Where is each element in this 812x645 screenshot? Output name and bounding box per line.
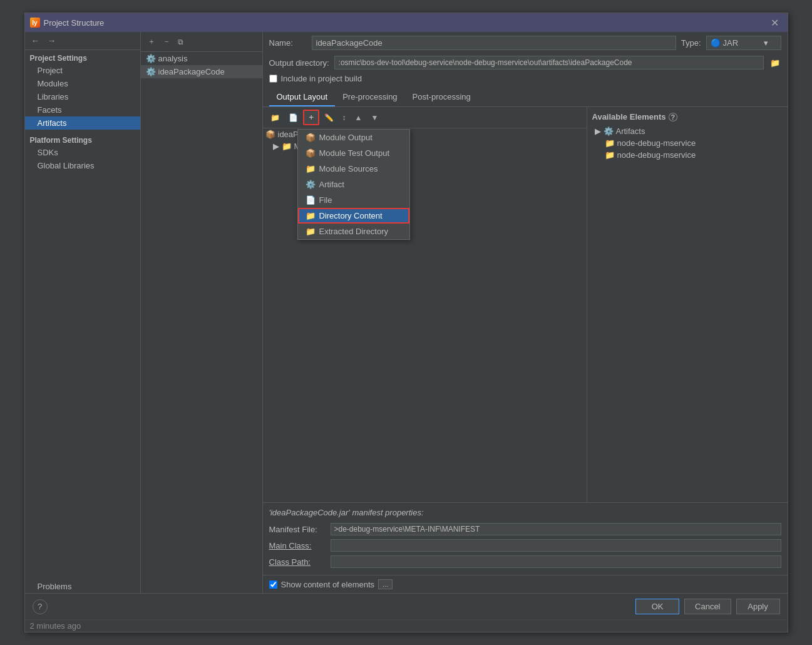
tab-preprocessing[interactable]: Pre-processing <box>335 88 404 106</box>
back-button[interactable]: ← <box>29 34 43 47</box>
artifact-icon: ⚙️ <box>306 180 316 189</box>
show-content-row: Show content of elements ... <box>263 575 788 593</box>
dropdown-item-label: Extracted Directory <box>319 227 389 236</box>
title-bar: Iy Project Structure ✕ <box>25 13 788 32</box>
sidebar-item-artifacts[interactable]: Artifacts <box>25 116 140 130</box>
show-content-label: Show content of elements <box>281 580 375 589</box>
sidebar-item-modules[interactable]: Modules <box>25 77 140 90</box>
tab-label: Post-processing <box>413 92 471 101</box>
class-path-row: Class Path: <box>269 554 781 570</box>
dropdown-directory-content[interactable]: 📁 Directory Content <box>298 208 409 224</box>
include-build-checkbox[interactable] <box>269 75 277 83</box>
dropdown-module-sources[interactable]: 📁 Module Sources <box>298 161 409 177</box>
artifacts-icon: ⚙️ <box>604 126 614 136</box>
sidebar-item-project[interactable]: Project <box>25 64 140 77</box>
main-class-label: Main Class: <box>269 541 326 550</box>
dropdown-item-label: Module Sources <box>319 164 378 173</box>
type-label: Type: <box>681 38 701 48</box>
platform-settings-section-label: Platform Settings <box>25 132 140 146</box>
dropdown-item-label: Artifact <box>319 180 344 189</box>
dropdown-item-label: Module Output <box>319 133 373 142</box>
tabs-bar: Output Layout Pre-processing Post-proces… <box>263 88 788 107</box>
layout-toolbar: 📁 📄 ＋ ✏️ ↕ ▲ ▼ <box>263 107 587 128</box>
forward-button[interactable]: → <box>45 34 59 47</box>
available-item-label: Artifacts <box>616 126 645 136</box>
available-item-label: node-debug-mservice <box>617 150 696 160</box>
name-row: Name: Type: 🔵 JAR ▾ <box>263 32 788 54</box>
bottom-bar: ? OK Cancel Apply <box>25 593 788 619</box>
available-item-node-debug-2[interactable]: 📁 node-debug-mservice <box>592 149 783 161</box>
dropdown-module-output[interactable]: 📦 Module Output <box>298 130 409 145</box>
sidebar-item-sdks[interactable]: SDKs <box>25 146 140 159</box>
output-dir-label: Output directory: <box>269 58 329 68</box>
main-class-row: Main Class: <box>269 537 781 554</box>
sidebar-item-label: Facets <box>38 105 62 115</box>
manifest-file-row: Manifest File: <box>269 521 781 537</box>
output-dir-input[interactable] <box>334 56 764 70</box>
dropdown-artifact[interactable]: ⚙️ Artifact <box>298 177 409 192</box>
module-output-icon: 📦 <box>306 133 316 142</box>
ok-button[interactable]: OK <box>635 599 679 614</box>
sidebar-item-label: Libraries <box>38 92 69 101</box>
tab-label: Pre-processing <box>342 92 397 101</box>
output-dir-row: Output directory: 📁 <box>263 54 788 71</box>
tree-toolbar: ＋ － ⧉ <box>141 32 262 52</box>
main-content: ← → Project Settings Project Modules Lib… <box>25 32 788 593</box>
add-artifact-button[interactable]: ＋ <box>145 34 158 49</box>
available-item-node-debug-1[interactable]: 📁 node-debug-mservice <box>592 137 783 149</box>
close-button[interactable]: ✕ <box>767 16 783 30</box>
tree-item-ideapackagecode[interactable]: ⚙️ ideaPackageCode <box>141 65 262 78</box>
sidebar-item-label: Modules <box>38 79 68 88</box>
dropdown-module-test-output[interactable]: 📦 Module Test Output <box>298 145 409 161</box>
output-layout-panel: 📁 📄 ＋ ✏️ ↕ ▲ ▼ 📦 ideaPa... ▶ <box>263 107 788 502</box>
browse-folder-button[interactable]: 📁 <box>769 57 781 69</box>
tab-postprocessing[interactable]: Post-processing <box>405 88 478 106</box>
copy-artifact-button[interactable]: ⧉ <box>175 36 187 48</box>
chevron-down-icon: ▾ <box>764 38 768 48</box>
sidebar-item-facets[interactable]: Facets <box>25 103 140 116</box>
artifact-tree-panel: ＋ － ⧉ ⚙️ analysis ⚙️ ideaPackageCode <box>141 32 263 593</box>
dialog-title: Project Structure <box>44 18 105 28</box>
available-item-label: node-debug-mservice <box>617 138 696 148</box>
manifest-file-input[interactable] <box>331 523 781 535</box>
tab-output-layout[interactable]: Output Layout <box>269 88 336 106</box>
manifest-section: 'ideaPackageCode.jar' manifest propertie… <box>263 502 788 575</box>
module-sources-icon: 📁 <box>306 164 316 173</box>
show-folder-button[interactable]: 📁 <box>267 111 284 124</box>
name-input[interactable] <box>312 36 676 50</box>
show-files-button[interactable]: 📄 <box>285 111 302 124</box>
sidebar: ← → Project Settings Project Modules Lib… <box>25 32 141 593</box>
sidebar-item-global-libraries[interactable]: Global Libraries <box>25 159 140 172</box>
remove-artifact-button[interactable]: － <box>160 34 173 49</box>
tree-item-analysis[interactable]: ⚙️ analysis <box>141 52 262 65</box>
apply-button[interactable]: Apply <box>736 599 780 614</box>
sidebar-item-problems[interactable]: Problems <box>25 580 140 593</box>
help-button[interactable]: ? <box>33 599 48 614</box>
nav-toolbar: ← → <box>25 32 140 50</box>
available-item-artifacts[interactable]: ▶ ⚙️ Artifacts <box>592 125 783 137</box>
show-content-options-button[interactable]: ... <box>378 579 393 589</box>
move-up-button[interactable]: ▲ <box>351 111 366 124</box>
folder-icon: 📁 <box>605 150 615 160</box>
help-icon[interactable]: ? <box>669 113 678 121</box>
available-elements-title: Available Elements ? <box>592 112 783 121</box>
title-bar-left: Iy Project Structure <box>30 18 105 28</box>
dropdown-file[interactable]: 📄 File <box>298 192 409 208</box>
main-class-input[interactable] <box>331 539 781 552</box>
expand-icon: ▶ <box>273 142 279 151</box>
sort-button[interactable]: ↕ <box>339 111 350 124</box>
sidebar-item-libraries[interactable]: Libraries <box>25 90 140 103</box>
add-element-button[interactable]: ＋ <box>303 110 319 125</box>
show-content-checkbox[interactable] <box>269 580 277 589</box>
sidebar-item-label: Global Libraries <box>38 161 95 170</box>
type-value: JAR <box>723 38 739 48</box>
type-select[interactable]: 🔵 JAR ▾ <box>706 36 781 50</box>
dropdown-extracted-directory[interactable]: 📁 Extracted Directory <box>298 224 409 239</box>
name-label: Name: <box>269 38 307 48</box>
move-down-button[interactable]: ▼ <box>367 111 382 124</box>
class-path-input[interactable] <box>331 555 781 568</box>
expand-icon: ▶ <box>595 126 601 136</box>
cancel-button[interactable]: Cancel <box>684 599 731 614</box>
edit-element-button[interactable]: ✏️ <box>321 111 337 124</box>
sidebar-item-label: Artifacts <box>38 118 67 128</box>
